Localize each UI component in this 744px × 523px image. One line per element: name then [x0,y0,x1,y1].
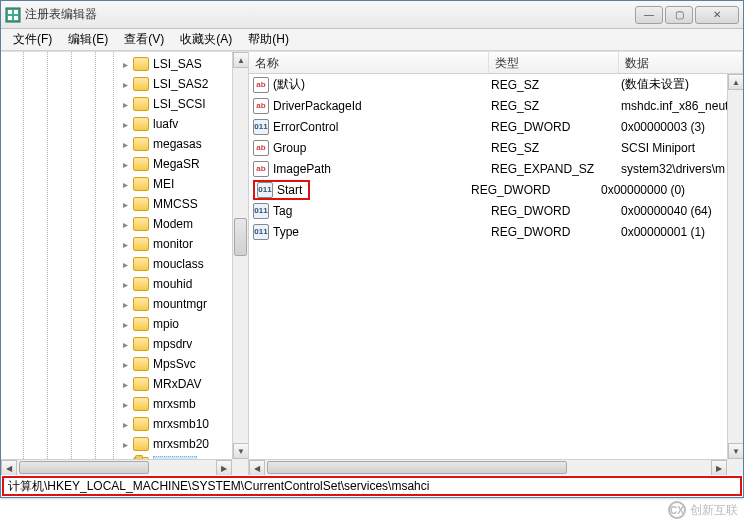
scroll-left-button[interactable]: ◀ [1,460,17,475]
expand-icon[interactable]: ▸ [119,218,131,230]
tree-item-mmcss[interactable]: ▸MMCSS [1,194,232,214]
cell-data: SCSI Miniport [621,141,727,155]
expand-icon[interactable]: ▸ [119,58,131,70]
cell-name: ErrorControl [273,120,491,134]
expand-icon[interactable]: ▸ [119,178,131,190]
svg-rect-2 [14,10,18,14]
tree-scrollbar-horizontal[interactable]: ◀ ▶ [1,459,232,475]
scroll-up-button[interactable]: ▲ [233,52,249,68]
tree-item-mpssvc[interactable]: ▸MpsSvc [1,354,232,374]
expand-icon[interactable]: ▸ [119,358,131,370]
scroll-thumb-h[interactable] [267,461,567,474]
folder-icon [133,77,149,91]
tree-item-mouhid[interactable]: ▸mouhid [1,274,232,294]
scroll-track-h[interactable] [17,460,216,475]
scroll-thumb-h[interactable] [19,461,149,474]
tree-item-label: mouclass [153,257,204,271]
scroll-right-button[interactable]: ▶ [711,460,727,475]
scroll-track-v[interactable] [728,90,743,443]
cell-data: 0x00000040 (64) [621,204,727,218]
scroll-up-button[interactable]: ▲ [728,74,743,90]
scroll-track-v[interactable] [233,68,248,443]
tree-item-mei[interactable]: ▸MEI [1,174,232,194]
expand-icon[interactable]: ▸ [119,138,131,150]
folder-icon [133,397,149,411]
tree-scroll[interactable]: ▸LSI_SAS▸LSI_SAS2▸LSI_SCSI▸luafv▸megasas… [1,52,232,459]
close-button[interactable]: ✕ [695,6,739,24]
expand-icon[interactable]: ▸ [119,298,131,310]
scroll-down-button[interactable]: ▼ [233,443,249,459]
menu-help[interactable]: 帮助(H) [240,29,297,50]
scroll-left-button[interactable]: ◀ [249,460,265,475]
expand-icon[interactable]: ▸ [119,198,131,210]
expand-icon[interactable]: ▸ [119,338,131,350]
tree-scrollbar-vertical[interactable]: ▲ ▼ [232,52,248,459]
list-body[interactable]: ab(默认)REG_SZ(数值未设置)abDriverPackageIdREG_… [249,74,727,459]
cell-type: REG_DWORD [491,225,621,239]
list-row[interactable]: 011TypeREG_DWORD0x00000001 (1) [249,221,727,242]
list-row[interactable]: 011ErrorControlREG_DWORD0x00000003 (3) [249,116,727,137]
expand-icon[interactable]: ▸ [119,158,131,170]
list-row[interactable]: abImagePathREG_EXPAND_SZsystem32\drivers… [249,158,727,179]
tree-item-mrxsmb10[interactable]: ▸mrxsmb10 [1,414,232,434]
menu-favorites[interactable]: 收藏夹(A) [172,29,240,50]
tree-item-mouclass[interactable]: ▸mouclass [1,254,232,274]
binary-value-icon: 011 [253,224,269,240]
expand-icon[interactable]: ▸ [119,238,131,250]
scroll-thumb-v[interactable] [234,218,247,256]
tree-item-luafv[interactable]: ▸luafv [1,114,232,134]
scroll-right-button[interactable]: ▶ [216,460,232,475]
list-row[interactable]: ab(默认)REG_SZ(数值未设置) [249,74,727,95]
folder-icon [133,137,149,151]
tree-item-megasas[interactable]: ▸megasas [1,134,232,154]
folder-icon [133,177,149,191]
minimize-button[interactable]: — [635,6,663,24]
expand-icon[interactable]: ▸ [119,418,131,430]
expand-icon[interactable]: ▸ [119,278,131,290]
menu-edit[interactable]: 编辑(E) [60,29,116,50]
list-row[interactable]: 011TagREG_DWORD0x00000040 (64) [249,200,727,221]
tree-item-label: mouhid [153,277,192,291]
folder-icon [133,97,149,111]
titlebar[interactable]: 注册表编辑器 — ▢ ✕ [1,1,743,29]
tree-item-mrxsmb[interactable]: ▸mrxsmb [1,394,232,414]
tree-item-modem[interactable]: ▸Modem [1,214,232,234]
list-scrollbar-vertical[interactable]: ▲ ▼ [727,74,743,459]
expand-icon[interactable]: ▸ [119,378,131,390]
tree-item-mpsdrv[interactable]: ▸mpsdrv [1,334,232,354]
tree-item-mountmgr[interactable]: ▸mountmgr [1,294,232,314]
column-header-data[interactable]: 数据 [619,52,743,73]
expand-icon[interactable]: ▸ [119,78,131,90]
column-header-type[interactable]: 类型 [489,52,619,73]
list-row[interactable]: abDriverPackageIdREG_SZmshdc.inf_x86_neu… [249,95,727,116]
tree-item-megasr[interactable]: ▸MegaSR [1,154,232,174]
scroll-track-h[interactable] [265,460,711,475]
expand-icon[interactable]: ▸ [119,258,131,270]
expand-icon[interactable]: ▸ [119,318,131,330]
folder-icon [133,357,149,371]
scroll-down-button[interactable]: ▼ [728,443,743,459]
list-row[interactable]: abGroupREG_SZSCSI Miniport [249,137,727,158]
tree-item-monitor[interactable]: ▸monitor [1,234,232,254]
tree-item-lsi_sas2[interactable]: ▸LSI_SAS2 [1,74,232,94]
tree-item-mrxsmb20[interactable]: ▸mrxsmb20 [1,434,232,454]
window-controls: — ▢ ✕ [635,6,739,24]
tree-item-lsi_sas[interactable]: ▸LSI_SAS [1,54,232,74]
column-header-name[interactable]: 名称 [249,52,489,73]
tree-item-mpio[interactable]: ▸mpio [1,314,232,334]
expand-icon[interactable]: ▸ [119,118,131,130]
tree-item-mrxdav[interactable]: ▸MRxDAV [1,374,232,394]
expand-icon[interactable]: ▸ [119,98,131,110]
list-row[interactable]: 011StartREG_DWORD0x00000000 (0) [249,179,727,200]
menu-file[interactable]: 文件(F) [5,29,60,50]
tree-list: ▸LSI_SAS▸LSI_SAS2▸LSI_SCSI▸luafv▸megasas… [1,52,232,459]
expand-icon[interactable]: ▸ [119,398,131,410]
folder-icon [133,217,149,231]
maximize-button[interactable]: ▢ [665,6,693,24]
binary-value-icon: 011 [253,119,269,135]
list-scrollbar-horizontal[interactable]: ◀ ▶ [249,459,727,475]
cell-name: ImagePath [273,162,491,176]
tree-item-lsi_scsi[interactable]: ▸LSI_SCSI [1,94,232,114]
menu-view[interactable]: 查看(V) [116,29,172,50]
expand-icon[interactable]: ▸ [119,438,131,450]
